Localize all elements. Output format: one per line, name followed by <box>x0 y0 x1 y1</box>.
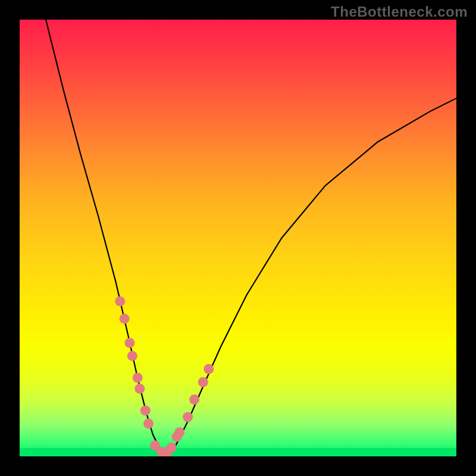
chart-frame: TheBottleneck.com <box>0 0 476 476</box>
marker-dot <box>203 364 214 374</box>
marker-dot <box>140 405 151 415</box>
marker-dot <box>120 314 130 324</box>
curve-svg <box>20 20 456 456</box>
marker-dot <box>183 412 193 422</box>
marker-dot <box>133 372 143 383</box>
marker-dot <box>189 394 199 405</box>
marker-group <box>115 296 214 456</box>
watermark-text: TheBottleneck.com <box>331 4 468 20</box>
marker-dot <box>115 296 125 306</box>
marker-dot <box>167 443 177 453</box>
marker-dot <box>134 384 145 394</box>
marker-dot <box>198 377 208 387</box>
marker-dot <box>127 351 137 361</box>
bottleneck-curve <box>46 20 456 454</box>
marker-dot <box>143 418 154 428</box>
marker-dot <box>124 338 134 348</box>
plot-area <box>20 20 456 456</box>
marker-dot <box>174 427 184 437</box>
